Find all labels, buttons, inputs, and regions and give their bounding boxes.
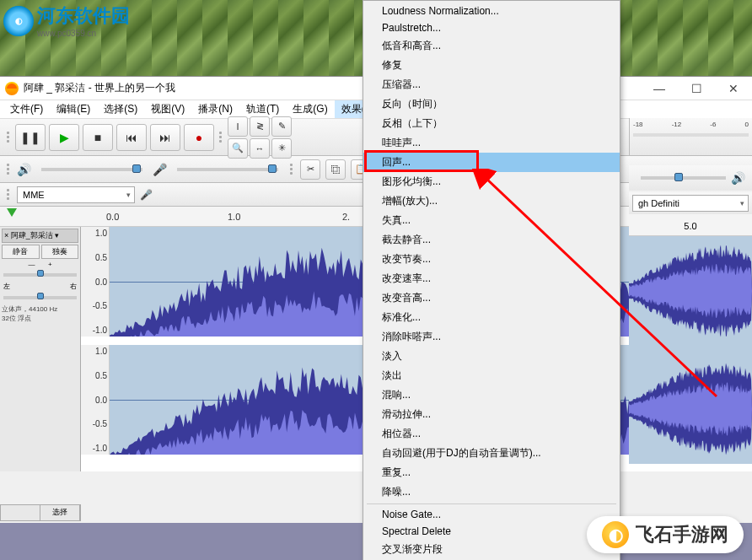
meter-slider[interactable] (641, 176, 726, 180)
effects-menu[interactable]: Loudness Normalization...Paulstretch...低… (363, 0, 620, 560)
close-button[interactable]: ✕ (715, 77, 752, 100)
playhead-marker[interactable] (7, 208, 17, 217)
playback-volume-slider[interactable] (41, 168, 142, 171)
app-icon (5, 82, 19, 95)
stop-button[interactable]: ■ (83, 124, 113, 151)
right-slider-area: 🔊 (629, 165, 752, 191)
select-button[interactable]: 选择 (40, 505, 80, 520)
minimize-button[interactable]: — (641, 77, 678, 100)
speaker-icon: 🔊 (17, 163, 31, 176)
fx-item[interactable]: 淡入 (363, 347, 620, 366)
fx-item[interactable]: 图形化均衡... (363, 172, 620, 191)
draw-tool[interactable]: ✎ (271, 116, 292, 137)
mic-icon: 🎤 (140, 189, 153, 201)
fx-item[interactable]: 回声... (363, 153, 620, 172)
fx-item[interactable]: 降噪... (363, 482, 620, 502)
feship-logo: ◐ 飞石手游网 (587, 516, 744, 553)
menu-2[interactable]: 选择(S) (97, 100, 144, 118)
copy-button[interactable]: ⿻ (325, 159, 346, 180)
skip-start-button[interactable]: ⏮ (116, 124, 147, 151)
globe-icon: ◐ (3, 6, 34, 36)
selection-tool[interactable]: I (228, 116, 248, 137)
timeshift-tool[interactable]: ↔ (250, 138, 270, 159)
fx-item[interactable]: 增幅(放大)... (363, 191, 620, 211)
mute-button[interactable]: 静音 (2, 245, 40, 259)
fx-item[interactable]: 交叉渐变片段 (363, 540, 620, 559)
collapse-button[interactable] (1, 505, 40, 520)
cut-button[interactable]: ✂ (300, 159, 320, 180)
waveform-right-bottom[interactable] (629, 354, 752, 464)
solo-button[interactable]: 独奏 (41, 245, 79, 259)
track-collapse-bar[interactable]: 选择 (0, 504, 81, 521)
timeline-tick: 1.0 (228, 212, 240, 222)
menu-0[interactable]: 文件(F) (3, 100, 50, 118)
fx-item[interactable]: 滑动拉伸... (363, 405, 620, 424)
feship-icon: ◐ (602, 521, 629, 548)
fx-item[interactable]: 反向（时间） (363, 94, 620, 114)
gain-slider[interactable] (3, 273, 77, 277)
pause-button[interactable]: ❚❚ (15, 124, 46, 151)
fx-item[interactable]: Loudness Normalization... (363, 3, 620, 19)
fx-item[interactable]: 失真... (363, 211, 620, 230)
audio-host-dropdown[interactable]: MME (17, 186, 135, 203)
fx-item[interactable]: 淡出 (363, 366, 620, 385)
pan-slider[interactable] (3, 296, 77, 299)
mic-vol-icon: 🎤 (153, 163, 167, 176)
play-button[interactable]: ▶ (49, 124, 79, 151)
fx-item[interactable]: 修复 (363, 56, 620, 75)
timeline-tick: 0.0 (106, 212, 119, 222)
track-format-info: 立体声，44100 Hz 32位 浮点 (2, 304, 78, 323)
fx-item[interactable]: 自动回避(用于DJ的自动音量调节)... (363, 444, 620, 463)
fx-item[interactable]: 消除咔嗒声... (363, 327, 620, 347)
zoom-tool[interactable]: 🔍 (228, 138, 248, 159)
menu-6[interactable]: 生成(G) (286, 100, 334, 118)
track-header[interactable]: × 阿肆_郭采洁 ▾ (2, 229, 78, 243)
skip-end-button[interactable]: ⏭ (150, 124, 180, 151)
fx-item[interactable]: 改变音高... (363, 288, 620, 308)
envelope-tool[interactable]: ≷ (250, 116, 270, 137)
recording-meter[interactable]: -18-12-60 (629, 118, 752, 155)
window-title: 阿肆 _ 郭采洁 - 世界上的另一个我 (24, 81, 175, 95)
fx-item[interactable]: Noise Gate... (363, 506, 620, 523)
timeline-tick: 2. (342, 212, 350, 222)
watermark-logo: ◐ 河东软件园 www.pc0359.cn (3, 3, 130, 38)
fx-item[interactable]: Spectral Delete (363, 523, 620, 540)
fx-item[interactable]: 低音和高音... (363, 36, 620, 56)
fx-item[interactable]: 改变速率... (363, 269, 620, 288)
fx-item[interactable]: 压缩器... (363, 75, 620, 94)
record-button[interactable]: ● (184, 124, 214, 151)
menu-3[interactable]: 视图(V) (144, 100, 191, 118)
fx-item[interactable]: Paulstretch... (363, 19, 620, 36)
fx-item[interactable]: 相位器... (363, 424, 620, 444)
amplitude-scale: 1.00.50.0-0.5-1.0 (81, 227, 110, 337)
fx-item[interactable]: 标准化... (363, 308, 620, 327)
fx-item[interactable]: 混响... (363, 385, 620, 405)
fx-item[interactable]: 截去静音... (363, 230, 620, 250)
waveform-right-top[interactable] (629, 236, 752, 346)
menu-1[interactable]: 编辑(E) (50, 100, 97, 118)
output-device-area: gh Definiti (629, 192, 752, 214)
output-device-dropdown[interactable]: gh Definiti (632, 195, 749, 212)
track-control-panel[interactable]: × 阿肆_郭采洁 ▾ 静音 独奏 — + 左 右 立体声，44100 Hz 32… (0, 227, 81, 471)
fx-item[interactable]: 哇哇声... (363, 133, 620, 153)
maximize-button[interactable]: ☐ (678, 77, 715, 100)
record-volume-slider[interactable] (177, 168, 278, 171)
watermark-url: www.pc0359.cn (37, 29, 130, 38)
fx-item[interactable]: 改变节奏... (363, 250, 620, 269)
fx-item[interactable]: 反相（上下） (363, 114, 620, 133)
amplitude-scale: 1.00.50.0-0.5-1.0 (81, 345, 110, 455)
watermark-name: 河东软件园 (37, 5, 130, 26)
timeline-right[interactable]: 5.0 (629, 216, 752, 236)
multi-tool[interactable]: ✳ (271, 138, 292, 159)
fx-item[interactable]: 重复... (363, 463, 620, 482)
speaker-icon: 🔊 (731, 171, 745, 185)
